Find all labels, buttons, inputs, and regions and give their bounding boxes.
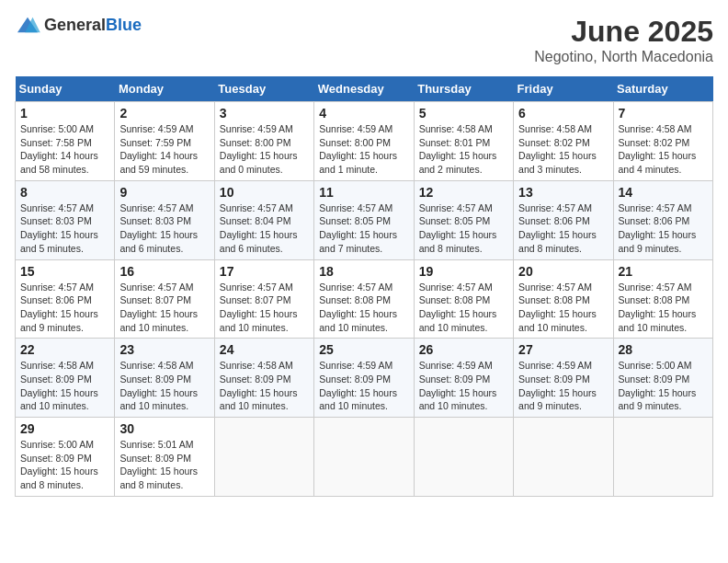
day-number: 13 xyxy=(518,185,608,200)
day-info: Sunrise: 4:57 AM Sunset: 8:07 PM Dayligh… xyxy=(119,281,209,335)
calendar-week-1: 1 Sunrise: 5:00 AM Sunset: 7:58 PM Dayli… xyxy=(16,102,713,181)
day-info: Sunrise: 5:00 AM Sunset: 8:09 PM Dayligh… xyxy=(20,438,109,492)
day-number: 14 xyxy=(619,185,708,200)
calendar-cell: 29 Sunrise: 5:00 AM Sunset: 8:09 PM Dayl… xyxy=(16,418,115,497)
day-number: 28 xyxy=(619,342,708,357)
day-info: Sunrise: 4:58 AM Sunset: 8:02 PM Dayligh… xyxy=(518,122,608,177)
calendar-cell: 16 Sunrise: 4:57 AM Sunset: 8:07 PM Dayl… xyxy=(115,259,214,339)
day-info: Sunrise: 4:57 AM Sunset: 8:08 PM Dayligh… xyxy=(419,281,508,335)
calendar-cell xyxy=(414,418,513,497)
day-number: 20 xyxy=(518,264,608,279)
day-info: Sunrise: 5:00 AM Sunset: 8:09 PM Dayligh… xyxy=(619,359,708,413)
calendar-week-3: 15 Sunrise: 4:57 AM Sunset: 8:06 PM Dayl… xyxy=(16,259,713,339)
day-info: Sunrise: 4:57 AM Sunset: 8:05 PM Dayligh… xyxy=(319,201,408,256)
logo-icon xyxy=(15,15,40,35)
day-info: Sunrise: 5:01 AM Sunset: 8:09 PM Dayligh… xyxy=(119,438,209,492)
day-number: 3 xyxy=(220,106,309,121)
logo-general: General xyxy=(44,16,106,34)
day-info: Sunrise: 4:59 AM Sunset: 8:09 PM Dayligh… xyxy=(518,359,608,413)
calendar-cell xyxy=(314,418,414,497)
day-number: 17 xyxy=(220,264,309,279)
day-header-thursday: Thursday xyxy=(414,76,513,102)
calendar-cell xyxy=(613,418,712,497)
day-number: 6 xyxy=(518,106,608,121)
day-info: Sunrise: 4:57 AM Sunset: 8:06 PM Dayligh… xyxy=(20,281,109,335)
calendar-cell: 23 Sunrise: 4:58 AM Sunset: 8:09 PM Dayl… xyxy=(115,339,214,418)
day-number: 7 xyxy=(619,106,708,121)
calendar-cell: 9 Sunrise: 4:57 AM Sunset: 8:03 PM Dayli… xyxy=(115,180,214,259)
calendar-header-row: SundayMondayTuesdayWednesdayThursdayFrid… xyxy=(16,76,713,102)
calendar-cell xyxy=(514,418,613,497)
calendar-cell: 13 Sunrise: 4:57 AM Sunset: 8:06 PM Dayl… xyxy=(514,180,613,259)
day-number: 9 xyxy=(119,185,209,200)
day-info: Sunrise: 4:57 AM Sunset: 8:08 PM Dayligh… xyxy=(518,281,608,335)
day-info: Sunrise: 5:00 AM Sunset: 7:58 PM Dayligh… xyxy=(20,122,109,177)
day-number: 27 xyxy=(518,342,608,357)
calendar-cell: 1 Sunrise: 5:00 AM Sunset: 7:58 PM Dayli… xyxy=(16,102,115,181)
day-number: 1 xyxy=(20,106,109,121)
day-number: 16 xyxy=(119,264,209,279)
subtitle: Negotino, North Macedonia xyxy=(534,49,713,65)
calendar-week-2: 8 Sunrise: 4:57 AM Sunset: 8:03 PM Dayli… xyxy=(16,180,713,259)
calendar-week-5: 29 Sunrise: 5:00 AM Sunset: 8:09 PM Dayl… xyxy=(16,418,713,497)
calendar-cell: 5 Sunrise: 4:58 AM Sunset: 8:01 PM Dayli… xyxy=(414,102,513,181)
logo-blue: Blue xyxy=(106,16,142,34)
day-number: 26 xyxy=(419,342,508,357)
day-number: 21 xyxy=(619,264,708,279)
day-number: 15 xyxy=(20,264,109,279)
day-number: 12 xyxy=(419,185,508,200)
calendar-cell: 4 Sunrise: 4:59 AM Sunset: 8:00 PM Dayli… xyxy=(314,102,414,181)
calendar-cell: 6 Sunrise: 4:58 AM Sunset: 8:02 PM Dayli… xyxy=(514,102,613,181)
logo: GeneralBlue xyxy=(15,15,142,35)
day-number: 25 xyxy=(319,342,408,357)
calendar-cell: 30 Sunrise: 5:01 AM Sunset: 8:09 PM Dayl… xyxy=(115,418,214,497)
day-info: Sunrise: 4:57 AM Sunset: 8:06 PM Dayligh… xyxy=(518,201,608,256)
calendar-cell: 24 Sunrise: 4:58 AM Sunset: 8:09 PM Dayl… xyxy=(214,339,313,418)
day-info: Sunrise: 4:59 AM Sunset: 7:59 PM Dayligh… xyxy=(119,122,209,177)
calendar-cell: 26 Sunrise: 4:59 AM Sunset: 8:09 PM Dayl… xyxy=(414,339,513,418)
calendar-cell: 12 Sunrise: 4:57 AM Sunset: 8:05 PM Dayl… xyxy=(414,180,513,259)
calendar-cell: 14 Sunrise: 4:57 AM Sunset: 8:06 PM Dayl… xyxy=(613,180,712,259)
day-number: 4 xyxy=(319,106,408,121)
calendar-cell: 8 Sunrise: 4:57 AM Sunset: 8:03 PM Dayli… xyxy=(16,180,115,259)
day-header-sunday: Sunday xyxy=(16,76,115,102)
day-info: Sunrise: 4:58 AM Sunset: 8:01 PM Dayligh… xyxy=(419,122,508,177)
day-header-wednesday: Wednesday xyxy=(314,76,414,102)
day-header-monday: Monday xyxy=(115,76,214,102)
day-info: Sunrise: 4:57 AM Sunset: 8:08 PM Dayligh… xyxy=(319,281,408,335)
calendar-cell: 25 Sunrise: 4:59 AM Sunset: 8:09 PM Dayl… xyxy=(314,339,414,418)
main-title: June 2025 xyxy=(534,15,713,49)
calendar-cell: 18 Sunrise: 4:57 AM Sunset: 8:08 PM Dayl… xyxy=(314,259,414,339)
day-info: Sunrise: 4:58 AM Sunset: 8:09 PM Dayligh… xyxy=(20,359,109,413)
calendar-cell: 20 Sunrise: 4:57 AM Sunset: 8:08 PM Dayl… xyxy=(514,259,613,339)
calendar-cell xyxy=(214,418,313,497)
day-info: Sunrise: 4:59 AM Sunset: 8:09 PM Dayligh… xyxy=(419,359,508,413)
calendar-cell: 21 Sunrise: 4:57 AM Sunset: 8:08 PM Dayl… xyxy=(613,259,712,339)
day-number: 5 xyxy=(419,106,508,121)
day-number: 29 xyxy=(20,421,109,436)
day-info: Sunrise: 4:58 AM Sunset: 8:09 PM Dayligh… xyxy=(119,359,209,413)
day-info: Sunrise: 4:57 AM Sunset: 8:03 PM Dayligh… xyxy=(20,201,109,256)
day-info: Sunrise: 4:59 AM Sunset: 8:00 PM Dayligh… xyxy=(220,122,309,177)
calendar-week-4: 22 Sunrise: 4:58 AM Sunset: 8:09 PM Dayl… xyxy=(16,339,713,418)
day-number: 10 xyxy=(220,185,309,200)
day-number: 19 xyxy=(419,264,508,279)
day-number: 23 xyxy=(119,342,209,357)
calendar-cell: 19 Sunrise: 4:57 AM Sunset: 8:08 PM Dayl… xyxy=(414,259,513,339)
day-number: 11 xyxy=(319,185,408,200)
calendar-cell: 17 Sunrise: 4:57 AM Sunset: 8:07 PM Dayl… xyxy=(214,259,313,339)
calendar-cell: 2 Sunrise: 4:59 AM Sunset: 7:59 PM Dayli… xyxy=(115,102,214,181)
day-number: 18 xyxy=(319,264,408,279)
day-header-tuesday: Tuesday xyxy=(214,76,313,102)
day-info: Sunrise: 4:59 AM Sunset: 8:00 PM Dayligh… xyxy=(319,122,408,177)
day-header-friday: Friday xyxy=(514,76,613,102)
page-header: GeneralBlue June 2025 Negotino, North Ma… xyxy=(15,15,713,65)
logo-text: GeneralBlue xyxy=(44,16,142,35)
day-header-saturday: Saturday xyxy=(613,76,712,102)
calendar-cell: 11 Sunrise: 4:57 AM Sunset: 8:05 PM Dayl… xyxy=(314,180,414,259)
calendar-cell: 28 Sunrise: 5:00 AM Sunset: 8:09 PM Dayl… xyxy=(613,339,712,418)
day-number: 22 xyxy=(20,342,109,357)
calendar-cell: 22 Sunrise: 4:58 AM Sunset: 8:09 PM Dayl… xyxy=(16,339,115,418)
day-info: Sunrise: 4:59 AM Sunset: 8:09 PM Dayligh… xyxy=(319,359,408,413)
day-info: Sunrise: 4:58 AM Sunset: 8:02 PM Dayligh… xyxy=(619,122,708,177)
